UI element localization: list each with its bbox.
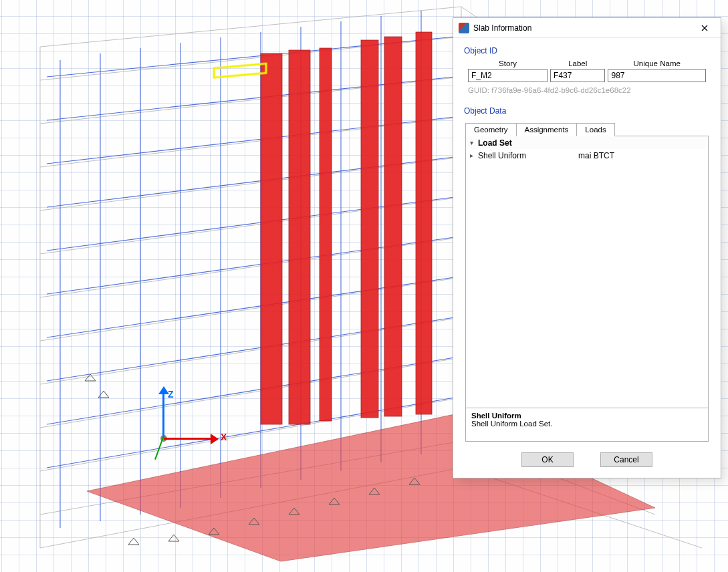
slab-information-dialog: Slab Information Object ID Story Label U… [453,17,721,478]
story-field[interactable] [468,69,548,82]
axis-x-label: X [221,432,227,442]
titlebar[interactable]: Slab Information [453,18,721,38]
load-row-shell-uniform[interactable]: ▸ Shell Uniform mai BTCT [466,149,708,162]
svg-rect-24 [384,37,402,416]
tab-assignments[interactable]: Assignments [516,123,578,136]
close-button[interactable] [693,19,717,37]
chevron-down-icon[interactable]: ▾ [470,139,478,146]
svg-rect-23 [361,40,378,418]
tab-loads[interactable]: Loads [576,123,614,136]
dialog-title: Slab Information [473,23,693,33]
guid-line: GUID: f736fa9e-96a6-4fd2-b9c6-dd26c1e68c… [468,86,706,94]
svg-rect-21 [289,50,310,424]
svg-rect-22 [320,48,332,421]
svg-rect-25 [416,32,432,414]
story-header: Story [468,59,548,69]
tab-geometry[interactable]: Geometry [465,123,517,136]
label-header: Label [550,59,605,69]
tabstrip: Geometry Assignments Loads [465,123,709,136]
svg-rect-27 [214,63,266,78]
loads-tree[interactable]: ▾ Load Set ▸ Shell Uniform mai BTCT [466,136,708,408]
ok-button[interactable]: OK [521,452,574,467]
description-panel: Shell Uniform Shell Uniform Load Set. [466,408,708,441]
object-id-grid: Story Label Unique Name [468,59,706,82]
load-set-group[interactable]: ▾ Load Set [466,136,708,149]
svg-rect-20 [261,53,282,424]
close-icon [701,25,708,31]
description-title: Shell Uniform [471,412,703,420]
description-text: Shell Uniform Load Set. [471,420,703,428]
unique-name-field[interactable] [608,69,706,82]
axis-z-label: Z [168,389,174,400]
label-field[interactable] [550,69,605,82]
loads-panel: ▾ Load Set ▸ Shell Uniform mai BTCT Shel… [465,136,709,442]
chevron-right-icon[interactable]: ▸ [470,152,478,159]
cancel-button[interactable]: Cancel [600,452,652,467]
object-id-label: Object ID [464,46,710,55]
object-data-label: Object Data [464,106,710,116]
app-icon [459,23,469,33]
unique-header: Unique Name [608,59,706,69]
